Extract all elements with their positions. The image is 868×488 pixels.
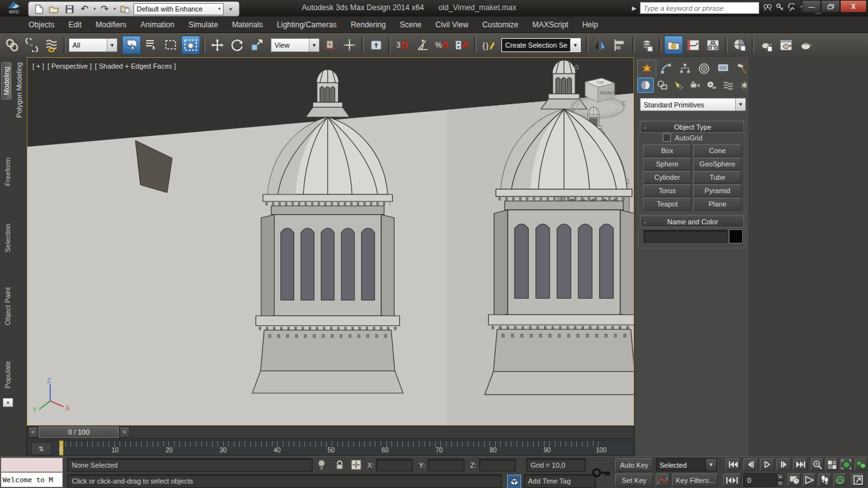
communication-center-icon[interactable]	[788, 3, 796, 13]
autogrid-checkbox[interactable]	[663, 133, 671, 142]
undo-flyout-arrow[interactable]: ▾	[93, 6, 96, 11]
set-key-button[interactable]: Set Key	[615, 473, 653, 487]
menu-animation[interactable]: Animation	[133, 17, 181, 33]
tab-display[interactable]	[714, 60, 733, 78]
maxscript-mini-listener-input[interactable]	[1, 458, 63, 472]
named-selection-sets-dropdown[interactable]: Create Selection Se ▼	[501, 38, 581, 52]
current-frame-field[interactable]: 0	[743, 473, 776, 487]
compass-south-label[interactable]: S	[595, 116, 599, 123]
open-file-button[interactable]	[48, 3, 60, 15]
menu-materials[interactable]: Materials	[225, 17, 270, 33]
selection-set-animation-dropdown[interactable]: Selected ▼	[656, 458, 717, 471]
select-object-button[interactable]	[122, 36, 141, 55]
time-configuration-button[interactable]	[788, 473, 801, 486]
walk-through-button[interactable]	[818, 473, 831, 486]
next-frame-button[interactable]: >	[119, 426, 130, 438]
zoom-extents-selected-button[interactable]	[840, 458, 853, 471]
redo-flyout-arrow[interactable]: ▾	[114, 6, 116, 11]
maximize-button[interactable]	[821, 0, 840, 13]
plane-button[interactable]: Plane	[693, 198, 742, 210]
y-coordinate-field[interactable]	[428, 459, 465, 471]
zoom-all-button[interactable]	[825, 458, 838, 471]
pyramid-button[interactable]: Pyramid	[693, 184, 742, 197]
menu-help[interactable]: Help	[575, 17, 605, 33]
select-and-manipulate-button[interactable]	[340, 36, 359, 55]
orbit-button[interactable]	[834, 473, 846, 486]
play-animation-button[interactable]	[760, 458, 775, 471]
go-to-end-button[interactable]	[793, 458, 808, 471]
tab-modify[interactable]	[656, 60, 675, 78]
keyboard-shortcut-override-button[interactable]	[367, 36, 386, 55]
ribbon-show-panel-button[interactable]: ▾	[3, 398, 13, 407]
tab-motion[interactable]	[695, 60, 714, 78]
menu-rendering[interactable]: Rendering	[344, 17, 393, 33]
save-file-button[interactable]	[63, 3, 76, 15]
zoom-extents-all-button[interactable]	[855, 458, 867, 471]
use-pivot-point-center-button[interactable]	[320, 36, 339, 55]
cone-button[interactable]: Cone	[693, 144, 742, 157]
select-and-rotate-button[interactable]	[227, 36, 247, 55]
next-frame-step-button[interactable]	[776, 458, 791, 471]
snaps-toggle-button[interactable]: 3	[393, 36, 412, 55]
field-of-view-button[interactable]	[803, 473, 816, 486]
ribbon-tab-object-paint[interactable]: Object Paint	[4, 287, 11, 325]
track-bar[interactable]: ⇅ 0 10 20 30 40 50 60 70 80 90 100	[27, 440, 634, 456]
z-coordinate-field[interactable]	[479, 459, 516, 471]
menu-scene[interactable]: Scene	[393, 17, 428, 33]
curve-editor-button[interactable]	[684, 36, 703, 55]
viewport-general-menu[interactable]: [ + ]	[32, 62, 44, 70]
object-color-swatch[interactable]	[729, 229, 743, 243]
search-input[interactable]	[640, 2, 759, 14]
perspective-viewport[interactable]: W S E TOP FRONT Z Y X [ + ] [ Perspectiv…	[27, 57, 634, 426]
menu-maxscript[interactable]: MAXScript	[526, 17, 576, 33]
go-to-start-button[interactable]	[726, 458, 740, 471]
ribbon-tab-selection[interactable]: Selection	[4, 224, 11, 252]
category-cameras[interactable]	[687, 78, 703, 93]
select-by-name-button[interactable]	[142, 36, 161, 55]
torus-button[interactable]: Torus	[643, 184, 691, 197]
isolate-selection-icon[interactable]	[318, 459, 325, 473]
menu-lighting-cameras[interactable]: Lighting/Cameras	[270, 17, 344, 33]
render-setup-button[interactable]	[757, 36, 776, 55]
ribbon-tab-freeform[interactable]: Freeform	[4, 158, 11, 186]
bind-to-space-warp-button[interactable]	[42, 36, 61, 55]
tab-create[interactable]	[637, 60, 656, 78]
teapot-button[interactable]: Teapot	[643, 198, 691, 210]
app-menu-button[interactable]: MXD	[1, 1, 27, 17]
add-time-tag-field[interactable]: Add Time Tag	[524, 474, 596, 488]
category-lights[interactable]	[670, 78, 687, 93]
close-button[interactable]: X	[840, 0, 867, 13]
viewcube-home-icon[interactable]: ⌂	[574, 62, 579, 71]
ribbon-tab-modeling[interactable]: Modeling	[1, 62, 11, 100]
geosphere-button[interactable]: GeoSphere	[693, 158, 742, 170]
angle-snap-toggle-button[interactable]	[413, 36, 432, 55]
category-space-warps[interactable]	[720, 78, 736, 93]
tube-button[interactable]: Tube	[693, 171, 742, 184]
absolute-offset-toggle-icon[interactable]	[351, 459, 362, 473]
infocenter-expand-arrow[interactable]: ▶	[632, 5, 637, 11]
menu-customize[interactable]: Customize	[475, 17, 526, 33]
category-shapes[interactable]	[654, 78, 670, 93]
x-coordinate-field[interactable]	[376, 459, 413, 471]
spinner-snap-toggle-button[interactable]	[452, 36, 471, 55]
menu-civil-view[interactable]: Civil View	[428, 17, 475, 33]
new-key-default-in-out-button[interactable]	[656, 473, 670, 487]
reference-coordinate-dropdown[interactable]: View ▼	[271, 38, 320, 52]
redo-button[interactable]: ↷	[98, 3, 111, 15]
menu-objects[interactable]: Objects	[22, 17, 62, 33]
undo-button[interactable]: ↶	[78, 3, 91, 15]
rendered-frame-window-button[interactable]	[776, 36, 796, 55]
time-slider-handle[interactable]: 0 / 100	[39, 426, 119, 438]
cylinder-button[interactable]: Cylinder	[643, 171, 691, 184]
maximize-viewport-toggle-button[interactable]	[851, 473, 864, 486]
zoom-button[interactable]	[811, 458, 824, 471]
select-and-move-button[interactable]	[208, 36, 227, 55]
tab-hierarchy[interactable]	[675, 60, 695, 78]
unlink-selection-button[interactable]	[22, 36, 41, 55]
select-and-scale-button[interactable]	[247, 36, 266, 55]
workspace-dropdown[interactable]: Default with Enhance ▾	[133, 3, 224, 15]
selection-filter-dropdown[interactable]: All ▼	[69, 38, 118, 52]
ribbon-tab-populate[interactable]: Populate	[4, 361, 11, 388]
qat-customize-button[interactable]: ▾	[226, 3, 235, 15]
subscription-key-icon[interactable]	[776, 3, 784, 13]
